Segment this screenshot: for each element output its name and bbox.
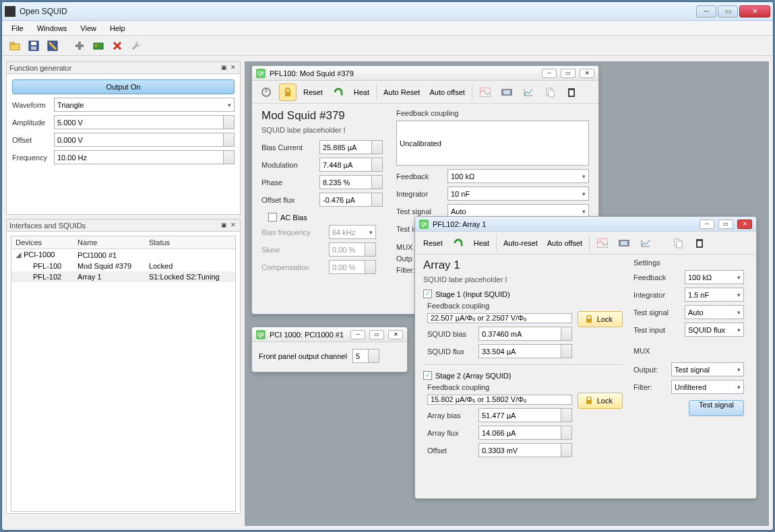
amplitude-spin[interactable]: 5.000 V▴▾ xyxy=(54,115,235,129)
autoreset-button[interactable]: Auto Reset xyxy=(381,88,423,96)
reset-button[interactable]: Reset xyxy=(301,88,326,96)
col-status[interactable]: Status xyxy=(145,236,235,249)
col-devices[interactable]: Devices xyxy=(11,236,73,249)
set-testin-combo[interactable]: SQUID flux xyxy=(685,323,744,337)
s2-lock-button[interactable]: Lock xyxy=(578,393,623,409)
expand-icon[interactable]: ◢ xyxy=(16,251,22,259)
scope2-icon[interactable] xyxy=(498,84,516,101)
power-icon[interactable] xyxy=(257,84,275,101)
s2-aflux-spin[interactable]: 14.066 µA▴▾ xyxy=(478,426,572,440)
set-integrator-combo[interactable]: 1.5 nF xyxy=(685,288,744,302)
maximize-button[interactable]: ▭ xyxy=(718,5,738,18)
phase-spin[interactable]: 8.235 %▴▾ xyxy=(319,175,383,189)
saveas-icon[interactable] xyxy=(45,38,60,53)
dock-float-button[interactable]: ▣ xyxy=(220,64,228,72)
test-signal-button[interactable]: Test signal xyxy=(689,400,744,416)
set-feedback-combo[interactable]: 100 kΩ xyxy=(685,270,744,284)
subwin-minimize-button[interactable]: ─ xyxy=(350,330,365,339)
bias-current-spin[interactable]: 25.885 µA▴▾ xyxy=(319,140,383,154)
subwin-maximize-button[interactable]: ▭ xyxy=(718,220,733,229)
s1-lock-button[interactable]: Lock xyxy=(578,311,623,327)
autooffset-button[interactable]: Auto offset xyxy=(427,88,467,96)
s2-offset-spin[interactable]: 0.3303 mV▴▾ xyxy=(478,443,572,457)
stage1-checkbox[interactable]: ✓ xyxy=(423,290,432,298)
output-on-button[interactable]: Output On xyxy=(12,79,235,94)
frequency-label: Frequency xyxy=(12,154,51,162)
pci1000-window: Qt PCI 1000: PCI1000 #1 ─ ▭ ✕ Front pane… xyxy=(251,327,408,372)
graph-icon[interactable] xyxy=(520,84,537,101)
feedback-combo[interactable]: 100 kΩ xyxy=(447,169,589,183)
subwin-close-button[interactable]: ✕ xyxy=(388,330,403,339)
menu-help[interactable]: Help xyxy=(103,22,132,34)
lock-icon[interactable] xyxy=(279,84,297,101)
scope1-icon[interactable] xyxy=(476,84,494,101)
mux-filter-combo[interactable]: Unfiltered xyxy=(671,380,744,394)
scope2-icon[interactable] xyxy=(615,234,633,252)
graph-icon[interactable] xyxy=(637,234,654,252)
paste-icon[interactable] xyxy=(563,84,580,101)
squid-name: Mod Squid #379 xyxy=(261,109,383,123)
pfl100-titlebar[interactable]: Qt PFL100: Mod Squid #379 ─ ▭ ✕ xyxy=(252,66,598,81)
s1-coupling-input[interactable]: 22.507 µA/Φ₀ or 2.2507 V/Φ₀ xyxy=(427,313,572,323)
menubar: File Windows View Help xyxy=(2,21,773,36)
refresh-icon[interactable] xyxy=(450,234,467,252)
pfl100-toolbar: Reset Heat Auto Reset Auto offset xyxy=(252,81,598,104)
table-row[interactable]: PFL-102 Array 1 S1:Locked S2:Tuning xyxy=(11,271,235,282)
scope1-icon[interactable] xyxy=(594,234,611,252)
integrator-combo[interactable]: 10 nF xyxy=(447,187,589,201)
paste-icon[interactable] xyxy=(691,234,708,252)
col-name[interactable]: Name xyxy=(73,236,145,249)
subwin-close-button[interactable]: ✕ xyxy=(737,220,752,229)
pfl102-titlebar[interactable]: Qt PFL102: Array 1 ─ ▭ ✕ xyxy=(415,217,756,232)
table-row[interactable]: PFL-100 Mod Squid #379 Locked xyxy=(11,261,235,271)
mux-output-combo[interactable]: Test signal xyxy=(671,362,744,376)
heat-button[interactable]: Heat xyxy=(471,239,492,247)
offset-label: Offset xyxy=(12,136,51,144)
subwin-maximize-button[interactable]: ▭ xyxy=(369,330,384,339)
offset-flux-spin[interactable]: -0.476 µA▴▾ xyxy=(319,193,383,207)
menu-windows[interactable]: Windows xyxy=(30,22,74,34)
autoreset-button[interactable]: Auto-reset xyxy=(501,239,540,247)
dock-close-button[interactable]: ✕ xyxy=(229,222,237,230)
modulation-spin[interactable]: 7.448 µA▴▾ xyxy=(319,158,383,172)
heat-button[interactable]: Heat xyxy=(351,88,372,96)
subwin-maximize-button[interactable]: ▭ xyxy=(561,69,576,78)
table-row[interactable]: ◢PCI-1000 PCI1000 #1 xyxy=(11,249,235,261)
s2-coupling-input[interactable]: 15.802 µA/Φ₀ or 1.5802 V/Φ₀ xyxy=(427,395,572,405)
autooffset-button[interactable]: Auto offset xyxy=(545,239,585,247)
comp-spin: 0.00 %▴▾ xyxy=(329,260,376,274)
copy-icon[interactable] xyxy=(669,234,687,252)
refresh-icon[interactable] xyxy=(330,84,347,101)
add-icon[interactable] xyxy=(72,38,87,53)
set-testsig-combo[interactable]: Auto xyxy=(685,305,744,319)
subwin-minimize-button[interactable]: ─ xyxy=(700,220,714,229)
offset-spin[interactable]: 0.000 V▴▾ xyxy=(54,133,235,147)
reset-button[interactable]: Reset xyxy=(421,239,445,247)
pci1000-titlebar[interactable]: Qt PCI 1000: PCI1000 #1 ─ ▭ ✕ xyxy=(252,327,407,342)
frequency-spin[interactable]: 10.00 Hz▴▾ xyxy=(54,150,235,164)
dock-close-button[interactable]: ✕ xyxy=(229,64,237,72)
subwin-minimize-button[interactable]: ─ xyxy=(542,69,557,78)
subwin-close-button[interactable]: ✕ xyxy=(580,69,594,78)
menu-view[interactable]: View xyxy=(73,22,103,34)
copy-icon[interactable] xyxy=(541,84,559,101)
s1-bias-spin[interactable]: 0.37460 mA▴▾ xyxy=(478,327,572,341)
ac-bias-checkbox[interactable] xyxy=(268,213,277,222)
menu-file[interactable]: File xyxy=(5,22,30,34)
board-icon[interactable] xyxy=(91,38,106,53)
feedback-coupling-input[interactable]: Uncalibrated xyxy=(396,121,589,166)
delete-icon[interactable] xyxy=(110,38,125,53)
devices-table[interactable]: Devices Name Status ◢PCI-1000 PCI1000 #1… xyxy=(11,236,235,282)
s2-abias-spin[interactable]: 51.477 µA▴▾ xyxy=(478,408,572,422)
svg-rect-3 xyxy=(31,42,36,45)
wrench-icon[interactable] xyxy=(129,38,144,53)
front-channel-spin[interactable]: 5▴▾ xyxy=(352,349,379,363)
open-icon[interactable] xyxy=(7,38,22,53)
dock-float-button[interactable]: ▣ xyxy=(220,222,228,230)
close-button[interactable]: ✕ xyxy=(739,5,770,18)
minimize-button[interactable]: ─ xyxy=(696,5,716,18)
save-icon[interactable] xyxy=(26,38,41,53)
stage2-checkbox[interactable]: ✓ xyxy=(423,371,432,380)
s1-flux-spin[interactable]: 33.504 µA▴▾ xyxy=(478,344,572,358)
waveform-combo[interactable]: Triangle xyxy=(54,98,235,112)
